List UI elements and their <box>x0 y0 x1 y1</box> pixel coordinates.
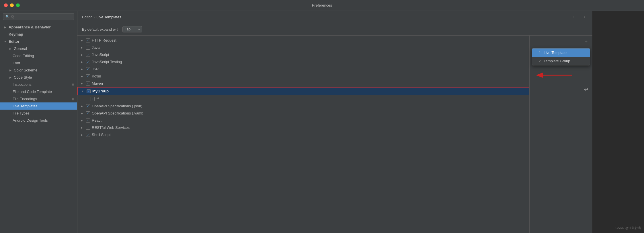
chevron-icon: ▶ <box>81 112 84 115</box>
checkbox[interactable]: ✓ <box>86 133 90 137</box>
list-item[interactable]: ▶ ✓ Kotlin <box>77 73 529 80</box>
traffic-lights <box>4 3 20 7</box>
breadcrumb-bar: Editor › Live Templates ← → <box>77 11 592 23</box>
search-box[interactable]: 🔍 <box>3 13 74 20</box>
inspections-icon: ▣ <box>71 83 74 86</box>
item-label: Shell Script <box>92 133 111 137</box>
expand-label: By default expand with <box>82 27 120 32</box>
checkbox[interactable]: ✓ <box>86 74 90 78</box>
sidebar-item-appearance-behavior[interactable]: ▶ Appearance & Behavior <box>0 24 77 31</box>
search-icon: 🔍 <box>5 15 9 19</box>
list-item[interactable]: ▶ ✓ OpenAPI Specifications (.yaml) <box>77 110 529 117</box>
maximize-button[interactable] <box>16 3 20 7</box>
checkbox[interactable]: ✓ <box>86 119 90 123</box>
chevron-icon: ▶ <box>81 105 84 108</box>
sidebar-item-color-scheme[interactable]: ▶ Color Scheme <box>0 67 77 74</box>
checkbox[interactable]: ✓ <box>86 104 90 108</box>
sidebar-item-live-templates[interactable]: Live Templates <box>0 102 77 110</box>
sidebar-item-code-editing[interactable]: Code Editing <box>0 52 77 59</box>
nav-back-button[interactable]: ← <box>570 14 578 20</box>
sidebar-item-label: Color Scheme <box>14 68 37 72</box>
outer-right: CSDN @逆银行者 <box>592 11 644 233</box>
list-item-mygroup[interactable]: ▼ ✓ MyGroup <box>77 87 529 95</box>
expand-dropdown-wrapper[interactable]: Tab Enter Space ▼ <box>122 26 142 32</box>
list-item[interactable]: ▶ ✓ Java <box>77 44 529 51</box>
sidebar-item-label: Code Editing <box>13 54 34 58</box>
list-item[interactable]: ▶ ✓ RESTful Web Services <box>77 124 529 131</box>
sidebar-item-inspections[interactable]: Inspections ▣ <box>0 81 77 88</box>
sidebar-item-label: Android Design Tools <box>13 118 48 123</box>
item-label: Maven <box>92 81 103 86</box>
sidebar-item-android-design-tools[interactable]: Android Design Tools <box>0 117 77 124</box>
nav-arrows: ← → <box>570 14 588 20</box>
dropdown-menu-item-live-template[interactable]: 1 Live Template <box>532 48 590 57</box>
chevron-icon: ▶ <box>81 61 84 63</box>
minimize-button[interactable] <box>10 3 14 7</box>
main-content: Editor › Live Templates ← → By default e… <box>77 11 592 233</box>
item-label: React <box>92 118 102 123</box>
sidebar-item-file-code-templates[interactable]: File and Code Template <box>0 88 77 95</box>
sidebar-item-label: Editor <box>9 39 19 44</box>
list-item[interactable]: ▶ ✓ Maven <box>77 80 529 87</box>
sidebar-item-label: General <box>14 46 27 51</box>
sidebar-item-label: File Types <box>13 111 30 115</box>
breadcrumb-separator: › <box>93 15 95 19</box>
checkbox[interactable]: ✓ <box>86 46 90 50</box>
checkbox[interactable]: ✓ <box>86 126 90 130</box>
list-item[interactable]: ▶ ✓ JSP <box>77 65 529 73</box>
sidebar-item-code-style[interactable]: ▶ Code Style <box>0 74 77 81</box>
chevron-icon: ▶ <box>81 53 84 56</box>
checkbox[interactable]: ✓ <box>86 81 90 86</box>
close-button[interactable] <box>4 3 8 7</box>
checkbox[interactable]: ✓ <box>86 111 90 115</box>
item-label: ** <box>96 97 99 101</box>
nav-forward-button[interactable]: → <box>580 14 588 20</box>
sidebar-item-editor[interactable]: ▼ Editor <box>0 38 77 45</box>
list-item[interactable]: ▶ ✓ JavaScript <box>77 51 529 58</box>
sidebar-item-keymap[interactable]: Keymap <box>0 31 77 38</box>
chevron-icon: ▶ <box>81 133 84 136</box>
dropdown-menu: 1 Live Template 2 Template Group... <box>532 48 590 65</box>
checkbox[interactable]: ✓ <box>86 38 90 42</box>
item-label: Template Group... <box>544 59 573 63</box>
sidebar-item-general[interactable]: ▶ General <box>0 45 77 52</box>
sidebar-item-font[interactable]: Font <box>0 59 77 67</box>
expand-dropdown[interactable]: Tab Enter Space <box>122 26 142 32</box>
item-label: JavaScript Testing <box>92 60 122 64</box>
breadcrumb-parent: Editor <box>82 15 92 19</box>
reset-btn-area: ↩ <box>530 84 592 95</box>
reset-button[interactable]: ↩ <box>582 86 590 94</box>
list-item[interactable]: ▶ ✓ HTTP Request <box>77 37 529 44</box>
sidebar-item-label: Appearance & Behavior <box>9 25 51 29</box>
chevron-icon: ▼ <box>81 90 85 93</box>
file-encodings-icon: ▣ <box>71 97 74 101</box>
chevron-icon: ▶ <box>81 126 84 129</box>
sidebar-item-label: Live Templates <box>13 104 37 108</box>
sidebar-item-label: File Encodings <box>13 97 37 101</box>
chevron-icon: ▶ <box>9 47 12 50</box>
checkbox[interactable]: ✓ <box>86 60 90 64</box>
add-button[interactable]: + <box>582 38 590 46</box>
dropdown-menu-item-template-group[interactable]: 2 Template Group... <box>532 57 590 65</box>
list-item-mygroup-child[interactable]: ✓ ** <box>77 95 529 102</box>
sidebar-item-label: Keymap <box>9 32 23 36</box>
list-item[interactable]: ▶ ✓ Shell Script <box>77 131 529 138</box>
list-item[interactable]: ▶ ✓ OpenAPI Specifications (.json) <box>77 102 529 110</box>
sidebar-item-label: Inspections <box>13 82 32 87</box>
template-list: ▶ ✓ HTTP Request ▶ ✓ Java ▶ ✓ JavaScript <box>77 36 529 233</box>
chevron-icon: ▶ <box>81 119 84 122</box>
item-number: 2 <box>536 59 541 63</box>
options-bar: By default expand with Tab Enter Space ▼ <box>77 23 592 36</box>
checkbox[interactable]: ✓ <box>86 67 90 71</box>
checkbox[interactable]: ✓ <box>87 89 91 93</box>
sidebar-item-file-encodings[interactable]: File Encodings ▣ <box>0 95 77 102</box>
sidebar-item-file-types[interactable]: File Types <box>0 110 77 117</box>
checkbox[interactable]: ✓ <box>86 53 90 57</box>
checkbox[interactable]: ✓ <box>91 97 95 101</box>
chevron-icon: ▶ <box>3 26 7 29</box>
search-input[interactable] <box>11 15 72 19</box>
list-item[interactable]: ▶ ✓ React <box>77 117 529 124</box>
chevron-icon: ▼ <box>3 40 7 43</box>
sidebar-item-label: Code Style <box>14 75 32 79</box>
list-item[interactable]: ▶ ✓ JavaScript Testing <box>77 58 529 65</box>
